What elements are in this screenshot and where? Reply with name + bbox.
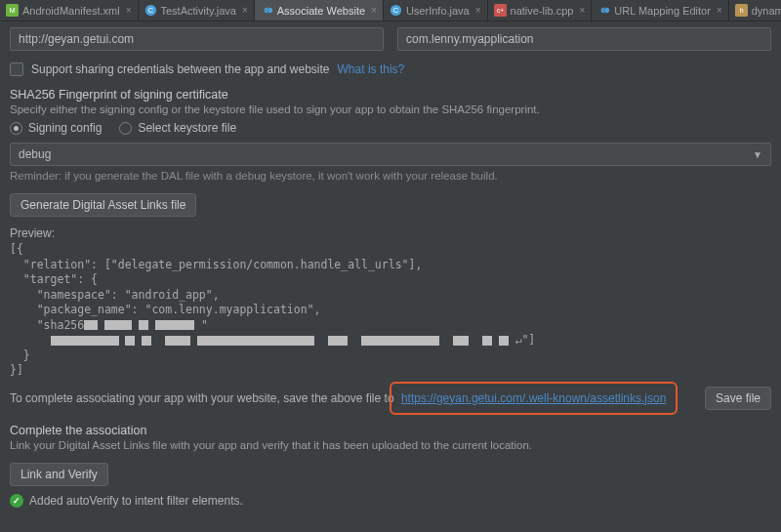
java-file-icon: C bbox=[390, 4, 402, 17]
java-file-icon: C bbox=[144, 4, 157, 17]
close-icon[interactable]: × bbox=[475, 5, 481, 16]
svg-text:c+: c+ bbox=[497, 7, 504, 14]
tab-label: AndroidManifest.xml bbox=[22, 5, 120, 17]
xml-file-icon: M bbox=[6, 4, 19, 17]
radio-keystore-file[interactable]: Select keystore file bbox=[119, 121, 236, 135]
tab-test-activity[interactable]: C TestActivity.java × bbox=[139, 0, 255, 20]
link-icon bbox=[261, 4, 273, 17]
svg-text:M: M bbox=[9, 6, 15, 15]
close-icon[interactable]: × bbox=[579, 5, 585, 16]
signing-config-select[interactable]: debug ▼ bbox=[10, 143, 771, 166]
radio-label: Select keystore file bbox=[138, 121, 236, 135]
close-icon[interactable]: × bbox=[242, 5, 248, 16]
association-desc: Link your Digital Asset Links file with … bbox=[10, 439, 771, 451]
preview-label: Preview: bbox=[10, 226, 771, 240]
tab-user-info[interactable]: C UserInfo.java × bbox=[384, 0, 488, 20]
package-input[interactable] bbox=[397, 27, 771, 51]
link-verify-button[interactable]: Link and Verify bbox=[10, 463, 108, 486]
association-title: Complete the association bbox=[10, 424, 771, 437]
preview-json: [{ "relation": ["delegate_permission/com… bbox=[10, 242, 771, 379]
svg-text:C: C bbox=[393, 6, 399, 15]
generate-dal-button[interactable]: Generate Digital Asset Links file bbox=[10, 193, 196, 217]
what-is-this-link[interactable]: What is this? bbox=[338, 62, 405, 76]
chevron-down-icon: ▼ bbox=[753, 149, 762, 160]
fingerprint-desc: Specify either the signing config or the… bbox=[10, 103, 771, 115]
tab-dynamics-load[interactable]: h dynamics_load.h × bbox=[729, 0, 781, 20]
radio-dot-icon bbox=[10, 122, 22, 135]
site-url-input[interactable] bbox=[10, 27, 384, 51]
radio-label: Signing config bbox=[28, 121, 102, 135]
share-creds-label: Support sharing credentials between the … bbox=[31, 62, 330, 76]
tab-label: dynamics_load.h bbox=[752, 5, 781, 17]
assetlinks-url-highlight: https://geyan.getui.com/.well-known/asse… bbox=[390, 382, 678, 415]
svg-text:h: h bbox=[739, 6, 743, 15]
status-autoverify: Added autoVerify to intent filter elemen… bbox=[29, 494, 243, 508]
select-value: debug bbox=[19, 147, 51, 161]
save-file-button[interactable]: Save file bbox=[705, 387, 771, 410]
radio-dot-icon bbox=[119, 122, 132, 135]
tab-native-lib[interactable]: c+ native-lib.cpp × bbox=[488, 0, 593, 20]
close-icon[interactable]: × bbox=[126, 5, 132, 16]
assetlinks-url-link[interactable]: https://geyan.getui.com/.well-known/asse… bbox=[401, 391, 666, 405]
tab-label: native-lib.cpp bbox=[511, 5, 574, 17]
tab-label: TestActivity.java bbox=[161, 5, 236, 17]
tab-label: Associate Website bbox=[277, 5, 365, 17]
check-circle-icon: ✓ bbox=[10, 494, 23, 508]
keystore-reminder: Reminder: if you generate the DAL file w… bbox=[10, 170, 771, 182]
editor-tabs: M AndroidManifest.xml × C TestActivity.j… bbox=[0, 0, 781, 21]
main-content: Support sharing credentials between the … bbox=[0, 21, 781, 517]
link-icon bbox=[597, 4, 610, 17]
save-file-instruction: To complete associating your app with yo… bbox=[10, 391, 678, 405]
tab-android-manifest[interactable]: M AndroidManifest.xml × bbox=[0, 0, 139, 20]
tab-label: UserInfo.java bbox=[406, 5, 470, 17]
tab-url-mapping[interactable]: URL Mapping Editor × bbox=[592, 0, 728, 20]
share-creds-checkbox[interactable] bbox=[10, 62, 23, 76]
fingerprint-title: SHA256 Fingerprint of signing certificat… bbox=[10, 88, 771, 102]
tab-label: URL Mapping Editor bbox=[614, 5, 711, 17]
header-file-icon: h bbox=[735, 4, 748, 17]
cpp-file-icon: c+ bbox=[494, 4, 507, 17]
tab-associate-website[interactable]: Associate Website × bbox=[255, 0, 384, 20]
close-icon[interactable]: × bbox=[371, 5, 377, 16]
radio-signing-config[interactable]: Signing config bbox=[10, 121, 102, 135]
svg-text:C: C bbox=[147, 6, 153, 15]
close-icon[interactable]: × bbox=[717, 5, 722, 16]
